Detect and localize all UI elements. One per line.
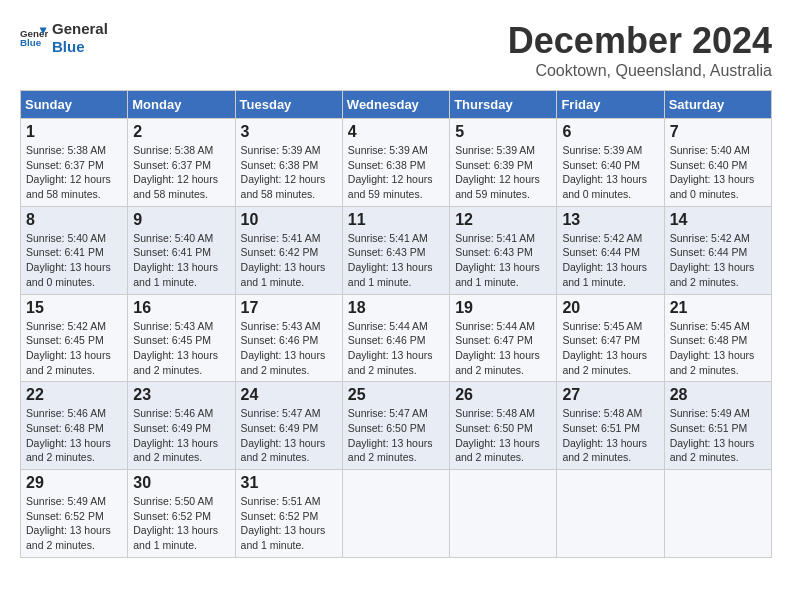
calendar-cell: 8Sunrise: 5:40 AMSunset: 6:41 PMDaylight… bbox=[21, 206, 128, 294]
day-info: Sunrise: 5:47 AMSunset: 6:49 PMDaylight:… bbox=[241, 406, 337, 465]
day-info: Sunrise: 5:40 AMSunset: 6:41 PMDaylight:… bbox=[26, 231, 122, 290]
day-info: Sunrise: 5:40 AMSunset: 6:41 PMDaylight:… bbox=[133, 231, 229, 290]
day-info: Sunrise: 5:38 AMSunset: 6:37 PMDaylight:… bbox=[26, 143, 122, 202]
day-number: 26 bbox=[455, 386, 551, 404]
calendar-header-wednesday: Wednesday bbox=[342, 91, 449, 119]
calendar-cell: 29Sunrise: 5:49 AMSunset: 6:52 PMDayligh… bbox=[21, 470, 128, 558]
calendar-cell: 18Sunrise: 5:44 AMSunset: 6:46 PMDayligh… bbox=[342, 294, 449, 382]
day-info: Sunrise: 5:43 AMSunset: 6:45 PMDaylight:… bbox=[133, 319, 229, 378]
day-info: Sunrise: 5:46 AMSunset: 6:48 PMDaylight:… bbox=[26, 406, 122, 465]
calendar-cell bbox=[664, 470, 771, 558]
calendar-cell: 15Sunrise: 5:42 AMSunset: 6:45 PMDayligh… bbox=[21, 294, 128, 382]
day-info: Sunrise: 5:42 AMSunset: 6:45 PMDaylight:… bbox=[26, 319, 122, 378]
day-info: Sunrise: 5:39 AMSunset: 6:38 PMDaylight:… bbox=[348, 143, 444, 202]
day-number: 23 bbox=[133, 386, 229, 404]
calendar-cell: 27Sunrise: 5:48 AMSunset: 6:51 PMDayligh… bbox=[557, 382, 664, 470]
logo-icon: General Blue bbox=[20, 24, 48, 52]
calendar-cell: 25Sunrise: 5:47 AMSunset: 6:50 PMDayligh… bbox=[342, 382, 449, 470]
calendar-cell: 2Sunrise: 5:38 AMSunset: 6:37 PMDaylight… bbox=[128, 119, 235, 207]
day-info: Sunrise: 5:41 AMSunset: 6:43 PMDaylight:… bbox=[348, 231, 444, 290]
day-info: Sunrise: 5:42 AMSunset: 6:44 PMDaylight:… bbox=[670, 231, 766, 290]
day-info: Sunrise: 5:50 AMSunset: 6:52 PMDaylight:… bbox=[133, 494, 229, 553]
day-info: Sunrise: 5:44 AMSunset: 6:46 PMDaylight:… bbox=[348, 319, 444, 378]
day-info: Sunrise: 5:45 AMSunset: 6:47 PMDaylight:… bbox=[562, 319, 658, 378]
calendar-header-sunday: Sunday bbox=[21, 91, 128, 119]
day-info: Sunrise: 5:49 AMSunset: 6:52 PMDaylight:… bbox=[26, 494, 122, 553]
sub-title: Cooktown, Queensland, Australia bbox=[508, 62, 772, 80]
day-info: Sunrise: 5:51 AMSunset: 6:52 PMDaylight:… bbox=[241, 494, 337, 553]
calendar-cell: 16Sunrise: 5:43 AMSunset: 6:45 PMDayligh… bbox=[128, 294, 235, 382]
calendar-cell: 6Sunrise: 5:39 AMSunset: 6:40 PMDaylight… bbox=[557, 119, 664, 207]
day-number: 6 bbox=[562, 123, 658, 141]
calendar-cell: 12Sunrise: 5:41 AMSunset: 6:43 PMDayligh… bbox=[450, 206, 557, 294]
calendar-cell: 7Sunrise: 5:40 AMSunset: 6:40 PMDaylight… bbox=[664, 119, 771, 207]
calendar-cell: 20Sunrise: 5:45 AMSunset: 6:47 PMDayligh… bbox=[557, 294, 664, 382]
day-info: Sunrise: 5:48 AMSunset: 6:50 PMDaylight:… bbox=[455, 406, 551, 465]
day-number: 14 bbox=[670, 211, 766, 229]
calendar-cell: 3Sunrise: 5:39 AMSunset: 6:38 PMDaylight… bbox=[235, 119, 342, 207]
day-info: Sunrise: 5:39 AMSunset: 6:40 PMDaylight:… bbox=[562, 143, 658, 202]
calendar-cell: 21Sunrise: 5:45 AMSunset: 6:48 PMDayligh… bbox=[664, 294, 771, 382]
title-area: December 2024 Cooktown, Queensland, Aust… bbox=[508, 20, 772, 80]
day-number: 22 bbox=[26, 386, 122, 404]
calendar-cell: 17Sunrise: 5:43 AMSunset: 6:46 PMDayligh… bbox=[235, 294, 342, 382]
day-info: Sunrise: 5:49 AMSunset: 6:51 PMDaylight:… bbox=[670, 406, 766, 465]
day-number: 7 bbox=[670, 123, 766, 141]
calendar-cell: 13Sunrise: 5:42 AMSunset: 6:44 PMDayligh… bbox=[557, 206, 664, 294]
day-info: Sunrise: 5:47 AMSunset: 6:50 PMDaylight:… bbox=[348, 406, 444, 465]
calendar-cell: 30Sunrise: 5:50 AMSunset: 6:52 PMDayligh… bbox=[128, 470, 235, 558]
day-number: 10 bbox=[241, 211, 337, 229]
day-number: 29 bbox=[26, 474, 122, 492]
day-number: 31 bbox=[241, 474, 337, 492]
day-number: 8 bbox=[26, 211, 122, 229]
day-number: 25 bbox=[348, 386, 444, 404]
day-number: 18 bbox=[348, 299, 444, 317]
calendar-cell: 23Sunrise: 5:46 AMSunset: 6:49 PMDayligh… bbox=[128, 382, 235, 470]
calendar-cell bbox=[342, 470, 449, 558]
calendar-cell: 24Sunrise: 5:47 AMSunset: 6:49 PMDayligh… bbox=[235, 382, 342, 470]
day-number: 16 bbox=[133, 299, 229, 317]
day-number: 27 bbox=[562, 386, 658, 404]
day-info: Sunrise: 5:48 AMSunset: 6:51 PMDaylight:… bbox=[562, 406, 658, 465]
logo-blue: Blue bbox=[52, 38, 108, 56]
calendar-header-tuesday: Tuesday bbox=[235, 91, 342, 119]
day-number: 21 bbox=[670, 299, 766, 317]
calendar-week-4: 22Sunrise: 5:46 AMSunset: 6:48 PMDayligh… bbox=[21, 382, 772, 470]
day-number: 2 bbox=[133, 123, 229, 141]
calendar-header-thursday: Thursday bbox=[450, 91, 557, 119]
day-info: Sunrise: 5:39 AMSunset: 6:39 PMDaylight:… bbox=[455, 143, 551, 202]
calendar-week-1: 1Sunrise: 5:38 AMSunset: 6:37 PMDaylight… bbox=[21, 119, 772, 207]
calendar-cell: 19Sunrise: 5:44 AMSunset: 6:47 PMDayligh… bbox=[450, 294, 557, 382]
calendar-header-row: SundayMondayTuesdayWednesdayThursdayFrid… bbox=[21, 91, 772, 119]
calendar-header-friday: Friday bbox=[557, 91, 664, 119]
day-info: Sunrise: 5:40 AMSunset: 6:40 PMDaylight:… bbox=[670, 143, 766, 202]
calendar-cell bbox=[450, 470, 557, 558]
calendar-week-5: 29Sunrise: 5:49 AMSunset: 6:52 PMDayligh… bbox=[21, 470, 772, 558]
day-info: Sunrise: 5:41 AMSunset: 6:42 PMDaylight:… bbox=[241, 231, 337, 290]
day-info: Sunrise: 5:42 AMSunset: 6:44 PMDaylight:… bbox=[562, 231, 658, 290]
calendar-week-2: 8Sunrise: 5:40 AMSunset: 6:41 PMDaylight… bbox=[21, 206, 772, 294]
day-number: 13 bbox=[562, 211, 658, 229]
day-number: 15 bbox=[26, 299, 122, 317]
main-title: December 2024 bbox=[508, 20, 772, 62]
day-info: Sunrise: 5:41 AMSunset: 6:43 PMDaylight:… bbox=[455, 231, 551, 290]
day-number: 24 bbox=[241, 386, 337, 404]
day-info: Sunrise: 5:43 AMSunset: 6:46 PMDaylight:… bbox=[241, 319, 337, 378]
calendar-cell: 14Sunrise: 5:42 AMSunset: 6:44 PMDayligh… bbox=[664, 206, 771, 294]
day-number: 17 bbox=[241, 299, 337, 317]
day-number: 9 bbox=[133, 211, 229, 229]
calendar-cell: 22Sunrise: 5:46 AMSunset: 6:48 PMDayligh… bbox=[21, 382, 128, 470]
calendar-cell: 9Sunrise: 5:40 AMSunset: 6:41 PMDaylight… bbox=[128, 206, 235, 294]
day-number: 4 bbox=[348, 123, 444, 141]
day-number: 3 bbox=[241, 123, 337, 141]
day-number: 28 bbox=[670, 386, 766, 404]
day-info: Sunrise: 5:45 AMSunset: 6:48 PMDaylight:… bbox=[670, 319, 766, 378]
day-info: Sunrise: 5:46 AMSunset: 6:49 PMDaylight:… bbox=[133, 406, 229, 465]
calendar-header-saturday: Saturday bbox=[664, 91, 771, 119]
day-number: 12 bbox=[455, 211, 551, 229]
calendar-cell: 31Sunrise: 5:51 AMSunset: 6:52 PMDayligh… bbox=[235, 470, 342, 558]
svg-text:Blue: Blue bbox=[20, 37, 42, 48]
day-number: 5 bbox=[455, 123, 551, 141]
header: General Blue General Blue December 2024 … bbox=[20, 20, 772, 80]
day-number: 19 bbox=[455, 299, 551, 317]
